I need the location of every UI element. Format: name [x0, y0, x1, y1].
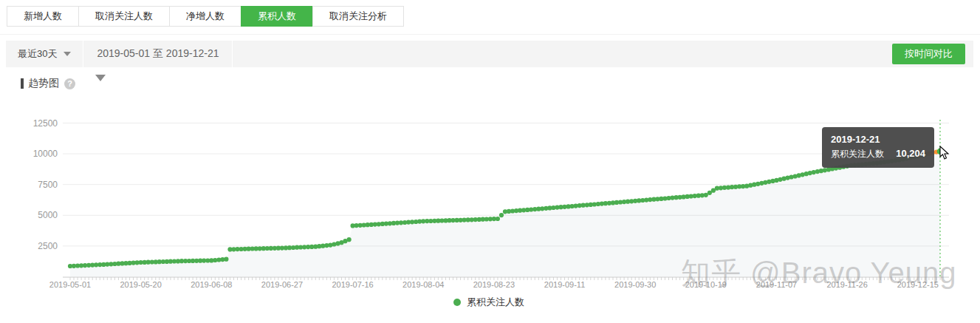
svg-text:7500: 7500: [38, 180, 58, 190]
chart-legend[interactable]: 累积关注人数: [453, 296, 524, 309]
divider: [232, 41, 233, 67]
mouse-cursor-icon: [939, 146, 951, 160]
time-range-select[interactable]: 最近30天: [6, 41, 83, 67]
svg-text:2019-05-20: 2019-05-20: [120, 280, 162, 289]
tooltip-value: 10,204: [896, 148, 925, 159]
svg-text:2019-11-07: 2019-11-07: [756, 280, 797, 289]
svg-text:2019-06-27: 2019-06-27: [261, 280, 303, 289]
section-title: 趋势图: [28, 77, 59, 90]
tab-4[interactable]: 取消关注分析: [312, 6, 404, 27]
tab-2[interactable]: 净增人数: [169, 6, 241, 27]
svg-text:2019-09-11: 2019-09-11: [544, 280, 585, 289]
svg-text:12500: 12500: [33, 118, 58, 129]
svg-text:2019-07-16: 2019-07-16: [332, 280, 373, 289]
filter-bar: 最近30天 2019-05-01 至 2019-12-21 按时间对比: [6, 41, 973, 67]
followers-analytics-page: 新增人数取消关注人数净增人数累积人数取消关注分析 最近30天 2019-05-0…: [0, 0, 980, 323]
legend-label: 累积关注人数: [467, 296, 524, 309]
trend-chart-header: 趋势图 ?: [21, 77, 75, 90]
chart-tooltip: 2019-12-21 累积关注人数 10,204: [822, 127, 934, 168]
date-range-text[interactable]: 2019-05-01 至 2019-12-21: [83, 47, 232, 61]
svg-text:2019-12-15: 2019-12-15: [897, 280, 939, 289]
svg-text:2019-11-26: 2019-11-26: [826, 280, 867, 289]
tab-1[interactable]: 取消关注人数: [78, 6, 170, 27]
panel-top-divider: [0, 34, 980, 35]
metric-tabs: 新增人数取消关注人数净增人数累积人数取消关注分析: [7, 6, 404, 27]
svg-text:2500: 2500: [38, 241, 58, 251]
dropdown-caret-icon[interactable]: [95, 75, 106, 81]
tooltip-series-label: 累积关注人数: [831, 148, 884, 160]
time-range-label: 最近30天: [18, 47, 57, 61]
chevron-down-icon: [64, 52, 71, 56]
tooltip-date: 2019-12-21: [831, 134, 925, 145]
svg-text:2019-06-08: 2019-06-08: [191, 280, 232, 289]
title-accent-bar: [21, 78, 24, 89]
svg-text:2019-08-23: 2019-08-23: [473, 280, 515, 289]
svg-text:5000: 5000: [38, 210, 58, 220]
tab-3[interactable]: 累积人数: [241, 6, 313, 27]
svg-text:10000: 10000: [33, 149, 58, 159]
svg-text:2019-10-19: 2019-10-19: [685, 280, 727, 289]
legend-dot-icon: [453, 299, 461, 306]
help-icon[interactable]: ?: [64, 78, 75, 89]
svg-text:2019-05-01: 2019-05-01: [49, 280, 91, 289]
tab-0[interactable]: 新增人数: [7, 6, 79, 27]
svg-text:2019-09-30: 2019-09-30: [614, 280, 656, 289]
compare-by-time-button[interactable]: 按时间对比: [892, 44, 965, 64]
svg-text:2019-08-04: 2019-08-04: [402, 280, 444, 289]
